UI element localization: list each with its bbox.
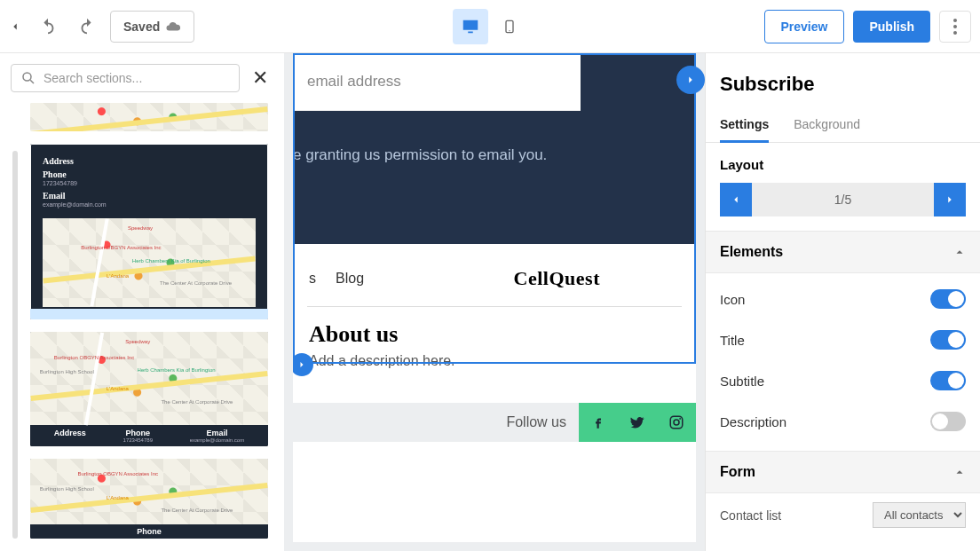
svg-point-9	[679, 418, 681, 420]
element-label: Subtitle	[720, 374, 764, 389]
svg-point-8	[674, 420, 679, 425]
saved-button[interactable]: Saved	[110, 11, 194, 43]
twitter-icon[interactable]	[618, 403, 657, 442]
tab-settings[interactable]: Settings	[720, 108, 769, 143]
thumb-address-label: Address	[43, 156, 256, 166]
element-label: Description	[720, 414, 786, 429]
preview-button[interactable]: Preview	[764, 10, 845, 43]
thumb-email-label: Email	[43, 191, 256, 201]
layout-label: Layout	[720, 157, 966, 172]
thumb-phone-value: 1723454789	[43, 180, 256, 187]
svg-point-4	[953, 31, 957, 35]
topbar: Saved Preview Publish	[0, 0, 980, 53]
layout-value: 1/5	[752, 183, 934, 216]
svg-line-6	[30, 80, 34, 83]
section-thumbnails[interactable]: Address Phone 1723454789 Email example@d…	[0, 103, 284, 551]
redo-button[interactable]	[71, 11, 103, 43]
follow-section: Follow us	[293, 403, 696, 442]
section-thumb[interactable]: Burlington OBGYN Associates Inc Burlingt…	[30, 459, 268, 539]
chevron-left-icon[interactable]	[9, 20, 25, 33]
search-input-wrap[interactable]	[11, 64, 240, 92]
chevron-up-icon	[953, 246, 966, 258]
svg-point-5	[23, 73, 31, 81]
description-toggle[interactable]	[930, 412, 966, 431]
form-section-header[interactable]: Form	[706, 451, 980, 493]
contact-list-select[interactable]: All contacts	[873, 502, 966, 528]
follow-label: Follow us	[494, 414, 579, 430]
properties-panel: Subscribe Settings Background Layout 1/5…	[705, 53, 980, 551]
thumb-phone-label: Phone	[43, 169, 256, 179]
canvas-scroll[interactable]: email address e granting us permission t…	[293, 53, 696, 542]
svg-point-2	[953, 19, 957, 22]
about-heading: About us	[309, 321, 680, 348]
expand-panel-button[interactable]	[676, 66, 705, 94]
section-thumb[interactable]: Speedway Burlington OBGYN Associates Inc…	[30, 332, 268, 447]
cloud-icon	[165, 19, 181, 35]
desktop-view-button[interactable]	[453, 9, 488, 44]
about-description: Add a description here.	[309, 353, 680, 369]
svg-point-3	[953, 25, 957, 28]
nav-section[interactable]: s Blog CellQuest About us Add a descript…	[293, 244, 696, 398]
element-label: Title	[720, 333, 745, 348]
instagram-icon[interactable]	[657, 403, 696, 442]
thumb-email-value: example@domain.com	[43, 201, 256, 209]
brand-logo: CellQuest	[514, 267, 680, 290]
svg-point-1	[509, 30, 510, 31]
nav-link[interactable]: Blog	[336, 271, 364, 287]
undo-button[interactable]	[32, 11, 64, 43]
left-scrollbar[interactable]	[12, 151, 18, 539]
more-button[interactable]	[939, 11, 971, 43]
canvas: email address e granting us permission t…	[284, 53, 705, 551]
panel-title: Subscribe	[706, 53, 980, 108]
elements-section-header[interactable]: Elements	[706, 231, 980, 273]
icon-toggle[interactable]	[930, 289, 966, 309]
search-input[interactable]	[43, 71, 230, 85]
element-label: Icon	[720, 292, 745, 307]
chevron-up-icon	[953, 466, 966, 478]
mobile-view-button[interactable]	[492, 9, 527, 44]
section-thumb[interactable]: Address Phone 1723454789 Email example@d…	[30, 144, 268, 319]
close-panel-button[interactable]: ✕	[247, 67, 273, 90]
title-toggle[interactable]	[930, 330, 966, 350]
layout-prev-button[interactable]	[720, 183, 752, 216]
layout-stepper: 1/5	[720, 183, 966, 216]
layout-next-button[interactable]	[934, 183, 966, 216]
facebook-icon[interactable]	[579, 403, 618, 442]
email-input[interactable]: email address	[293, 53, 581, 111]
tab-background[interactable]: Background	[794, 108, 860, 142]
nav-link[interactable]: s	[309, 271, 316, 287]
permission-text: e granting us permission to email you.	[293, 111, 696, 182]
search-icon	[20, 70, 36, 86]
contact-list-label: Contact list	[720, 508, 781, 523]
section-thumb[interactable]	[30, 103, 268, 131]
subscribe-section[interactable]: email address e granting us permission t…	[293, 53, 696, 244]
subtitle-toggle[interactable]	[930, 371, 966, 390]
saved-label: Saved	[123, 20, 160, 34]
sections-panel: ✕ Address Phone 1723454789 Email example…	[0, 53, 284, 551]
publish-button[interactable]: Publish	[853, 11, 930, 43]
